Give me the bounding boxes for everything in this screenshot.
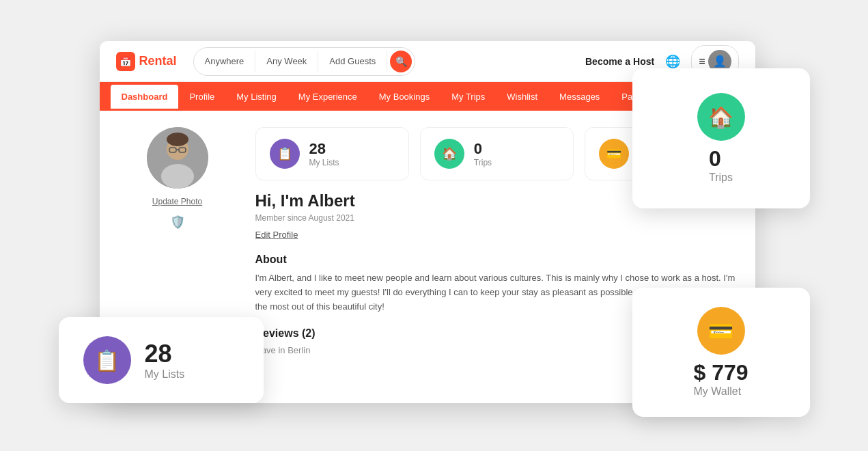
logo-icon: 📅 — [116, 52, 135, 71]
update-photo-link[interactable]: Update Photo — [152, 197, 202, 206]
page-wrapper: 📋 28 My Lists 🏠 0 Trips 💳 $ 779 My Walle… — [59, 27, 810, 424]
wallet-float-info: $ 779 My Wallet — [693, 360, 748, 398]
trips-float-info: 0 Trips — [709, 146, 733, 184]
nav-item-dashboard[interactable]: Dashboard — [111, 85, 179, 109]
nav-item-my-experience[interactable]: My Experience — [288, 85, 368, 109]
become-host-button[interactable]: Become a Host — [585, 56, 654, 67]
edit-profile-link[interactable]: Edit Profile — [255, 230, 298, 240]
search-anywhere[interactable]: Anywhere — [194, 51, 256, 72]
lists-float-value: 28 — [145, 340, 185, 368]
nav-item-my-listing[interactable]: My Listing — [225, 85, 288, 109]
hamburger-icon: ≡ — [699, 55, 705, 68]
lists-float-label: My Lists — [145, 368, 185, 381]
stat-wallet-icon: 💳 — [599, 139, 629, 169]
nav-item-my-trips[interactable]: My Trips — [440, 85, 496, 109]
logo-text: Rental — [139, 54, 177, 68]
stat-lists-icon: 📋 — [270, 139, 300, 169]
nav-item-profile[interactable]: Profile — [178, 85, 225, 109]
nav-item-my-bookings[interactable]: My Bookings — [368, 85, 440, 109]
stat-lists-info: 28 My Lists — [309, 140, 339, 167]
wallet-float-icon: 💳 — [697, 307, 745, 355]
profile-avatar — [147, 127, 208, 189]
float-lists-card: 📋 28 My Lists — [59, 317, 264, 403]
stat-card-lists: 📋 28 My Lists — [255, 127, 409, 180]
nav-item-messages[interactable]: Messages — [548, 85, 611, 109]
stat-lists-value: 28 — [309, 140, 339, 158]
lists-float-icon: 📋 — [83, 336, 131, 384]
about-title: About — [255, 254, 739, 266]
stat-trips-value: 0 — [474, 140, 492, 158]
trips-float-icon: 🏠 — [697, 93, 745, 141]
nav-item-wishlist[interactable]: Wishlist — [496, 85, 548, 109]
stat-lists-label: My Lists — [309, 158, 339, 167]
trips-float-value: 0 — [709, 146, 733, 172]
search-bar: Anywhere Any Week Add Guests 🔍 — [193, 47, 416, 76]
search-button[interactable]: 🔍 — [390, 51, 412, 72]
wallet-float-value: $ 779 — [693, 360, 748, 385]
trips-float-label: Trips — [709, 172, 733, 184]
member-since: Member since August 2021 — [255, 213, 739, 223]
svg-point-2 — [167, 133, 188, 146]
svg-point-3 — [161, 164, 194, 189]
lists-float-info: 28 My Lists — [145, 340, 185, 381]
float-wallet-card: 💳 $ 779 My Wallet — [632, 288, 810, 417]
globe-icon[interactable]: 🌐 — [665, 54, 680, 69]
shield-icon: 🛡️ — [170, 215, 185, 230]
float-trips-card: 🏠 0 Trips — [632, 68, 810, 208]
search-any-week[interactable]: Any Week — [255, 51, 318, 72]
stat-trips-info: 0 Trips — [474, 140, 492, 167]
stat-card-trips: 🏠 0 Trips — [420, 127, 574, 180]
wallet-float-label: My Wallet — [693, 385, 748, 398]
logo[interactable]: 📅 Rental — [116, 52, 177, 71]
stat-trips-icon: 🏠 — [434, 139, 464, 169]
stat-trips-label: Trips — [474, 158, 492, 167]
search-add-guests[interactable]: Add Guests — [318, 51, 387, 72]
